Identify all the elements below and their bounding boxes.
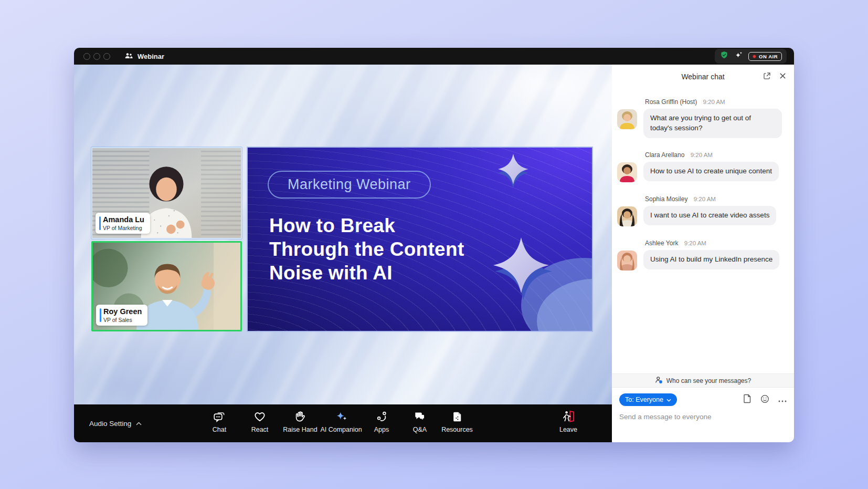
message-author: Sophia Mosiley [645,195,687,203]
audio-setting-button[interactable]: Audio Setting [89,420,142,428]
presentation-slide: Marketing Webinar How to Break Through t… [247,147,593,332]
chat-message: Rosa Griffin (Host) 9:20 AM What are you… [617,98,788,138]
message-bubble: How to use AI to create unique content [643,162,779,181]
message-time: 9:20 AM [703,99,725,105]
message-time: 9:20 AM [684,240,706,246]
close-window-button[interactable] [83,53,90,60]
window-controls [83,53,110,60]
desktop-background: Webinar ON AIR [0,0,868,489]
message-bubble: I want to use AI to create video assets [643,206,776,225]
security-shield-icon[interactable] [719,50,729,62]
chat-message: Ashlee York 9:20 AM Using AI to build my… [617,240,788,270]
resources-button[interactable]: Resources [432,409,482,433]
leave-door-icon [543,409,594,423]
zoom-window-button[interactable] [103,53,110,60]
attach-file-icon[interactable] [743,394,751,405]
avatar-clara [617,162,637,182]
message-bubble: What are you trying to get out of today'… [643,109,782,138]
star-shape-small [498,154,528,188]
message-author: Ashlee York [645,240,678,247]
speaker-role: VP of Marketing [103,225,144,231]
on-air-badge: ON AIR [748,52,782,61]
chevron-up-icon [136,420,142,428]
participants-icon [124,51,133,61]
slide-badge: Marketing Webinar [268,171,431,199]
video-area: Amanda Lu VP of Marketing [74,65,612,404]
webinar-chat-panel: Webinar chat [612,65,794,442]
speaker-tile-amanda[interactable]: Amanda Lu VP of Marketing [91,147,242,239]
close-icon[interactable] [779,72,786,81]
window-title-group: Webinar [124,51,164,61]
nameplate-roy: Roy Green VP of Sales [96,305,147,326]
minimize-window-button[interactable] [93,53,100,60]
avatar-sophia [617,206,637,226]
main-stage: Amanda Lu VP of Marketing [74,65,612,442]
window-title: Webinar [137,53,164,60]
titlebar: Webinar ON AIR [74,48,794,65]
message-input[interactable]: Send a message to everyone [619,413,787,421]
chat-title: Webinar chat [681,72,724,81]
more-options-icon[interactable] [778,395,787,404]
chat-message: Clara Arellano 9:20 AM How to use AI to … [617,151,788,182]
message-time: 9:20 AM [694,196,716,202]
chevron-down-icon [666,396,671,403]
message-author: Clara Arellano [645,151,684,159]
speaker-role: VP of Sales [103,317,142,323]
speaker-name: Amanda Lu [103,215,144,224]
chat-footer: Who can see your messages? To: Everyone [612,373,794,442]
titlebar-status-group: ON AIR [715,49,787,64]
compose-area: To: Everyone [612,388,794,442]
meeting-toolbar: Audio Setting [74,404,612,442]
slide-decor-stars [471,148,592,332]
avatar-rosa [617,109,637,129]
emoji-icon[interactable] [760,394,769,405]
message-bubble: Using AI to build my LinkedIn presence [643,250,779,269]
slide-title: How to Break Through the Content Noise w… [269,214,464,285]
popout-icon[interactable] [763,71,771,82]
webinar-app-window: Webinar ON AIR [74,48,794,442]
document-icon [432,409,482,423]
nameplate-amanda: Amanda Lu VP of Marketing [96,213,150,234]
message-author: Rosa Griffin (Host) [645,98,697,106]
speaker-tile-roy[interactable]: Roy Green VP of Sales [91,241,242,331]
on-air-dot [753,55,756,58]
chat-message: Sophia Mosiley 9:20 AM I want to use AI … [617,195,788,226]
chat-messages-list: Rosa Griffin (Host) 9:20 AM What are you… [612,89,794,373]
avatar-ashlee [617,251,637,270]
speaker-name: Roy Green [103,307,142,316]
recipient-selector[interactable]: To: Everyone [619,393,677,406]
message-time: 9:20 AM [691,152,713,158]
chat-header: Webinar chat [612,65,794,89]
ai-companion-status-icon[interactable] [734,51,743,62]
leave-button[interactable]: Leave [543,409,594,433]
person-check-icon [655,376,663,386]
visibility-notice[interactable]: Who can see your messages? [612,373,794,388]
